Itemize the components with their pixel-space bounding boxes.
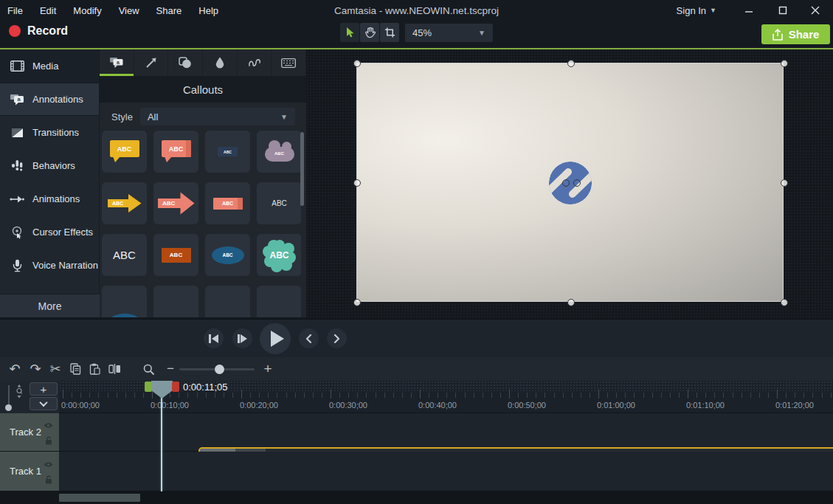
tab-blur-highlight[interactable] (203, 49, 238, 76)
resize-handle-sw[interactable] (353, 299, 361, 306)
split-button[interactable] (105, 357, 124, 381)
callout-rectangle-orange[interactable]: ABC (153, 234, 198, 276)
rotation-anchor-handle[interactable] (573, 179, 581, 187)
track-2-header[interactable]: Track 2 (0, 413, 59, 452)
app-toolbar: Record 45% ▼ Share (0, 21, 833, 48)
resize-handle-s[interactable] (567, 299, 575, 306)
callout-text-plain[interactable]: ABC (257, 182, 301, 224)
callout-arrow-yellow[interactable]: ABC (102, 182, 147, 224)
callout-ellipse-blue-2[interactable] (102, 286, 147, 317)
pan-tool-button[interactable] (360, 23, 379, 42)
share-button[interactable]: Share (761, 24, 830, 44)
track-1-header[interactable]: Track 1 (0, 452, 59, 491)
ruler-tick (89, 393, 90, 398)
play-button[interactable] (260, 323, 291, 354)
tab-sketch-motion[interactable] (238, 49, 272, 76)
sidebar-item-transitions[interactable]: Transitions (0, 116, 99, 149)
timeline-scrollbar-thumb[interactable] (59, 494, 140, 502)
add-track-button[interactable]: + (30, 382, 58, 396)
tab-callouts[interactable]: a (100, 49, 134, 76)
camtasia-logo (547, 160, 593, 206)
resize-handle-n[interactable] (567, 60, 575, 67)
canvas-stage[interactable] (356, 63, 784, 302)
resize-handle-w[interactable] (353, 179, 361, 187)
step-forward-button[interactable] (232, 328, 252, 348)
minimize-button[interactable] (733, 0, 765, 21)
track-1-lane[interactable] (59, 452, 833, 491)
redo-button[interactable]: ↷ (27, 357, 44, 381)
timeline-zoom-out-button[interactable]: − (162, 357, 179, 381)
maximize-button[interactable] (767, 0, 799, 21)
menu-edit[interactable]: Edit (40, 5, 56, 16)
canvas-zoom-value: 45% (412, 27, 432, 38)
resize-handle-e[interactable] (781, 179, 788, 187)
previous-clip-button[interactable] (299, 328, 319, 348)
center-anchor-handle[interactable] (562, 179, 570, 187)
callout-arrow-coral[interactable]: ABC (153, 182, 198, 224)
callout-cloud-purple[interactable]: ABC (257, 131, 301, 173)
callout-speech-bubble-coral[interactable]: ABC (153, 131, 198, 173)
selection-tool-button[interactable] (340, 23, 359, 42)
sidebar-item-cursor-effects[interactable]: Cursor Effects (0, 215, 99, 249)
menu-view[interactable]: View (119, 5, 139, 16)
tab-shapes[interactable] (168, 49, 203, 76)
resize-handle-ne[interactable] (781, 60, 788, 67)
collapse-tracks-button[interactable] (30, 397, 58, 410)
callout-arrow-blue-2[interactable] (153, 286, 198, 317)
hand-icon (364, 27, 376, 38)
callout-rectangle-coral[interactable]: ABC (205, 182, 250, 224)
close-button[interactable] (799, 0, 832, 21)
resize-handle-se[interactable] (781, 299, 788, 306)
record-button[interactable]: Record (9, 24, 68, 38)
sidebar-item-animations[interactable]: Animations (0, 182, 99, 215)
sidebar-item-media[interactable]: Media (0, 49, 99, 83)
timeline-scrollbar[interactable] (59, 491, 833, 504)
callout-speech-bubble-yellow[interactable]: ABC (102, 131, 147, 173)
ruler-tick (241, 390, 242, 398)
sidebar-more-button[interactable]: More (0, 294, 100, 317)
track-lock-toggle[interactable] (45, 436, 52, 445)
track-lock-toggle[interactable] (45, 475, 52, 484)
track-height-slider-thumb[interactable] (5, 404, 12, 411)
cut-button[interactable]: ✂ (46, 357, 65, 381)
sign-in-menu[interactable]: Sign In ▼ (677, 0, 716, 21)
canvas-zoom-dropdown[interactable]: 45% ▼ (405, 24, 493, 42)
undo-button[interactable]: ↶ (6, 357, 24, 381)
callout-rectangle-cream[interactable] (257, 286, 301, 317)
menu-modify[interactable]: Modify (73, 5, 101, 16)
style-dropdown[interactable]: All ▼ (140, 108, 295, 125)
timeline-zoom-button[interactable] (139, 357, 158, 381)
selection-in-handle[interactable] (145, 382, 152, 392)
menu-help[interactable]: Help (198, 5, 218, 16)
tab-arrows[interactable] (134, 49, 169, 76)
callout-arrow-teal-2[interactable] (205, 286, 250, 317)
resize-handle-nw[interactable] (353, 60, 361, 67)
callout-ellipse-blue[interactable]: ABC (205, 234, 250, 276)
ruler-tick (679, 393, 680, 398)
callout-rectangle-navy[interactable]: ABC (205, 131, 250, 173)
menu-file[interactable]: File (7, 5, 23, 16)
track-2-lane[interactable]: www.NEOWIN.net (59, 413, 833, 452)
crop-tool-button[interactable] (380, 23, 399, 42)
track-visibility-toggle[interactable] (44, 461, 53, 468)
ruler-tick (581, 393, 581, 398)
copy-button[interactable] (66, 357, 84, 381)
menu-share[interactable]: Share (156, 5, 182, 16)
tab-keystroke[interactable] (272, 49, 306, 76)
ruler-label: 0:00:50;00 (508, 401, 546, 410)
ruler-tick (357, 393, 358, 398)
selection-out-handle[interactable] (172, 382, 179, 392)
timeline-zoom-in-button[interactable]: + (260, 357, 276, 381)
next-clip-button[interactable] (327, 328, 347, 348)
callout-text-plain-large[interactable]: ABC (102, 234, 147, 276)
timeline-zoom-slider-thumb[interactable] (215, 365, 224, 374)
sidebar-item-voice-narration[interactable]: Voice Narration (0, 249, 99, 282)
sidebar-item-annotations[interactable]: a Annotations (0, 83, 99, 116)
track-visibility-toggle[interactable] (44, 422, 53, 429)
chevron-down-icon: ▼ (710, 7, 716, 14)
step-back-button[interactable] (204, 328, 224, 348)
panel-scrollbar[interactable] (300, 132, 304, 206)
paste-button[interactable] (86, 357, 103, 381)
callout-cloud-teal[interactable]: ABC (257, 234, 301, 276)
sidebar-item-behaviors[interactable]: Behaviors (0, 149, 99, 182)
